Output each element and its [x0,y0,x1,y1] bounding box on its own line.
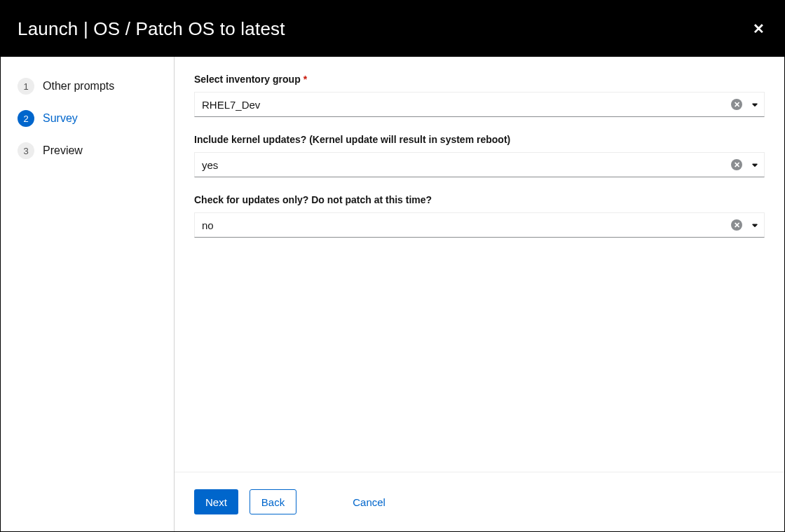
wizard-step-preview[interactable]: 3 Preview [1,138,174,163]
close-icon[interactable]: ✕ [753,22,765,36]
required-indicator: * [303,74,307,85]
chevron-down-icon[interactable] [751,161,759,169]
field-label: Include kernel updates? (Kernel update w… [194,134,765,145]
chevron-down-icon[interactable] [751,100,759,109]
wizard-footer: Next Back Cancel [175,472,784,531]
step-number-badge: 1 [18,78,34,95]
field-check-only: Check for updates only? Do not patch at … [194,194,765,238]
clear-icon[interactable]: ✕ [731,99,742,110]
launch-modal: Launch | OS / Patch OS to latest ✕ 1 Oth… [0,0,785,532]
field-kernel-updates: Include kernel updates? (Kernel update w… [194,134,765,177]
kernel-updates-select[interactable]: ✕ [194,152,765,177]
wizard-content: Select inventory group* ✕ Include kern [175,57,784,531]
wizard-sidebar: 1 Other prompts 2 Survey 3 Preview [1,57,175,531]
field-label: Select inventory group* [194,74,765,85]
select-controls: ✕ [731,152,759,177]
clear-icon[interactable]: ✕ [731,219,742,231]
step-label: Other prompts [43,80,114,93]
step-label: Preview [43,144,83,157]
select-value[interactable] [194,212,765,238]
select-value[interactable] [194,92,765,117]
modal-title: Launch | OS / Patch OS to latest [18,18,285,40]
step-number-badge: 2 [18,110,34,127]
inventory-group-select[interactable]: ✕ [194,92,765,117]
chevron-down-icon[interactable] [751,221,759,229]
select-value[interactable] [194,152,765,177]
field-label: Check for updates only? Do not patch at … [194,194,765,205]
cancel-button[interactable]: Cancel [341,489,397,514]
wizard-step-survey[interactable]: 2 Survey [1,106,174,131]
select-controls: ✕ [731,92,759,117]
field-inventory-group: Select inventory group* ✕ [194,74,765,117]
wizard-step-other-prompts[interactable]: 1 Other prompts [1,74,174,99]
check-only-select[interactable]: ✕ [194,212,765,238]
select-controls: ✕ [731,212,759,238]
next-button[interactable]: Next [194,489,238,514]
modal-header: Launch | OS / Patch OS to latest ✕ [1,1,784,57]
survey-form: Select inventory group* ✕ Include kern [175,57,784,472]
step-label: Survey [43,112,78,125]
clear-icon[interactable]: ✕ [731,159,742,170]
step-number-badge: 3 [18,142,34,159]
modal-body: 1 Other prompts 2 Survey 3 Preview Selec… [1,57,784,531]
back-button[interactable]: Back [250,489,296,514]
